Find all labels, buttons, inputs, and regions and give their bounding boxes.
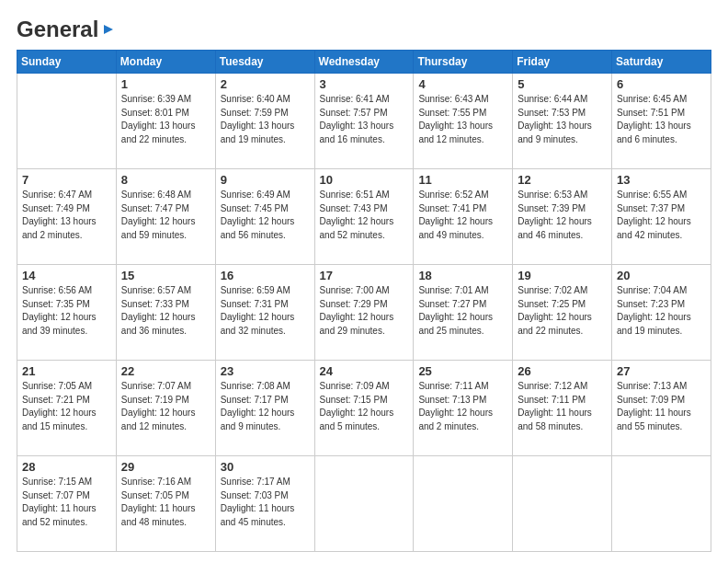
calendar-cell: [612, 456, 711, 552]
day-number: 2: [221, 77, 310, 91]
day-number: 16: [221, 269, 310, 282]
day-info: Sunrise: 7:09 AM Sunset: 7:15 PM Dayligh…: [320, 380, 409, 433]
day-number: 27: [617, 364, 706, 378]
calendar-cell: 16Sunrise: 6:59 AM Sunset: 7:31 PM Dayli…: [215, 265, 314, 361]
day-number: 23: [221, 364, 310, 378]
day-number: 15: [121, 269, 210, 282]
weekday-friday: Friday: [513, 51, 612, 74]
day-info: Sunrise: 7:13 AM Sunset: 7:09 PM Dayligh…: [617, 380, 706, 433]
day-info: Sunrise: 7:17 AM Sunset: 7:03 PM Dayligh…: [221, 476, 310, 529]
day-number: 25: [418, 364, 507, 378]
calendar-cell: 6Sunrise: 6:45 AM Sunset: 7:51 PM Daylig…: [612, 74, 711, 169]
calendar-cell: 25Sunrise: 7:11 AM Sunset: 7:13 PM Dayli…: [414, 361, 513, 456]
calendar-cell: 1Sunrise: 6:39 AM Sunset: 8:01 PM Daylig…: [116, 74, 215, 169]
day-info: Sunrise: 6:47 AM Sunset: 7:49 PM Dayligh…: [22, 189, 111, 242]
calendar-cell: 30Sunrise: 7:17 AM Sunset: 7:03 PM Dayli…: [215, 456, 314, 552]
calendar-cell: 28Sunrise: 7:15 AM Sunset: 7:07 PM Dayli…: [17, 456, 117, 552]
day-info: Sunrise: 6:43 AM Sunset: 7:55 PM Dayligh…: [418, 93, 507, 146]
day-info: Sunrise: 6:44 AM Sunset: 7:53 PM Dayligh…: [518, 93, 607, 146]
day-info: Sunrise: 7:08 AM Sunset: 7:17 PM Dayligh…: [221, 380, 310, 433]
calendar-cell: 4Sunrise: 6:43 AM Sunset: 7:55 PM Daylig…: [414, 74, 513, 169]
calendar-cell: 18Sunrise: 7:01 AM Sunset: 7:27 PM Dayli…: [414, 265, 513, 361]
day-info: Sunrise: 6:51 AM Sunset: 7:43 PM Dayligh…: [320, 189, 409, 242]
day-info: Sunrise: 7:12 AM Sunset: 7:11 PM Dayligh…: [518, 380, 607, 433]
day-number: 22: [121, 364, 210, 378]
day-number: 7: [22, 173, 111, 187]
calendar-week-row: 28Sunrise: 7:15 AM Sunset: 7:07 PM Dayli…: [17, 456, 711, 552]
day-number: 6: [617, 77, 706, 91]
day-info: Sunrise: 7:16 AM Sunset: 7:05 PM Dayligh…: [121, 476, 210, 529]
day-number: 4: [418, 77, 507, 91]
calendar-cell: 20Sunrise: 7:04 AM Sunset: 7:23 PM Dayli…: [612, 265, 711, 361]
day-info: Sunrise: 6:49 AM Sunset: 7:45 PM Dayligh…: [221, 189, 310, 242]
calendar-week-row: 1Sunrise: 6:39 AM Sunset: 8:01 PM Daylig…: [17, 74, 711, 169]
calendar-table: SundayMondayTuesdayWednesdayThursdayFrid…: [17, 50, 711, 552]
calendar-cell: [513, 456, 612, 552]
calendar-cell: 21Sunrise: 7:05 AM Sunset: 7:21 PM Dayli…: [17, 361, 117, 456]
weekday-sunday: Sunday: [17, 51, 117, 74]
day-info: Sunrise: 7:02 AM Sunset: 7:25 PM Dayligh…: [518, 284, 607, 338]
logo-general: General: [17, 17, 98, 42]
logo: General: [17, 17, 117, 40]
day-number: 21: [22, 364, 111, 378]
calendar-cell: 17Sunrise: 7:00 AM Sunset: 7:29 PM Dayli…: [314, 265, 414, 361]
day-info: Sunrise: 6:59 AM Sunset: 7:31 PM Dayligh…: [221, 284, 310, 338]
day-number: 3: [320, 77, 409, 91]
calendar-cell: [17, 74, 117, 169]
day-info: Sunrise: 6:56 AM Sunset: 7:35 PM Dayligh…: [22, 284, 111, 338]
calendar-cell: 10Sunrise: 6:51 AM Sunset: 7:43 PM Dayli…: [314, 169, 414, 265]
weekday-monday: Monday: [116, 51, 215, 74]
day-info: Sunrise: 6:40 AM Sunset: 7:59 PM Dayligh…: [221, 93, 310, 146]
day-info: Sunrise: 6:41 AM Sunset: 7:57 PM Dayligh…: [320, 93, 409, 146]
weekday-header-row: SundayMondayTuesdayWednesdayThursdayFrid…: [17, 51, 711, 74]
day-number: 8: [121, 173, 210, 187]
calendar-week-row: 21Sunrise: 7:05 AM Sunset: 7:21 PM Dayli…: [17, 361, 711, 456]
calendar-week-row: 14Sunrise: 6:56 AM Sunset: 7:35 PM Dayli…: [17, 265, 711, 361]
calendar-cell: 3Sunrise: 6:41 AM Sunset: 7:57 PM Daylig…: [314, 74, 414, 169]
calendar-cell: 24Sunrise: 7:09 AM Sunset: 7:15 PM Dayli…: [314, 361, 414, 456]
day-number: 30: [221, 460, 310, 474]
weekday-tuesday: Tuesday: [215, 51, 314, 74]
calendar-cell: 15Sunrise: 6:57 AM Sunset: 7:33 PM Dayli…: [116, 265, 215, 361]
day-info: Sunrise: 6:57 AM Sunset: 7:33 PM Dayligh…: [121, 284, 210, 338]
day-number: 28: [22, 460, 111, 474]
calendar-cell: 5Sunrise: 6:44 AM Sunset: 7:53 PM Daylig…: [513, 74, 612, 169]
day-number: 11: [418, 173, 507, 187]
day-number: 13: [617, 173, 706, 187]
day-number: 5: [518, 77, 607, 91]
logo-icon: [100, 21, 117, 38]
calendar-cell: 7Sunrise: 6:47 AM Sunset: 7:49 PM Daylig…: [17, 169, 117, 265]
calendar-cell: 26Sunrise: 7:12 AM Sunset: 7:11 PM Dayli…: [513, 361, 612, 456]
day-info: Sunrise: 7:04 AM Sunset: 7:23 PM Dayligh…: [617, 284, 706, 338]
day-info: Sunrise: 6:48 AM Sunset: 7:47 PM Dayligh…: [121, 189, 210, 242]
calendar-cell: 29Sunrise: 7:16 AM Sunset: 7:05 PM Dayli…: [116, 456, 215, 552]
day-info: Sunrise: 6:53 AM Sunset: 7:39 PM Dayligh…: [518, 189, 607, 242]
day-info: Sunrise: 7:01 AM Sunset: 7:27 PM Dayligh…: [418, 284, 507, 338]
day-number: 18: [418, 269, 507, 282]
calendar-cell: 8Sunrise: 6:48 AM Sunset: 7:47 PM Daylig…: [116, 169, 215, 265]
day-number: 20: [617, 269, 706, 282]
day-info: Sunrise: 7:15 AM Sunset: 7:07 PM Dayligh…: [22, 476, 111, 529]
day-number: 1: [121, 77, 210, 91]
calendar-cell: [314, 456, 414, 552]
weekday-wednesday: Wednesday: [314, 51, 414, 74]
day-info: Sunrise: 7:05 AM Sunset: 7:21 PM Dayligh…: [22, 380, 111, 433]
calendar-cell: 23Sunrise: 7:08 AM Sunset: 7:17 PM Dayli…: [215, 361, 314, 456]
calendar-cell: 14Sunrise: 6:56 AM Sunset: 7:35 PM Dayli…: [17, 265, 117, 361]
calendar-cell: 11Sunrise: 6:52 AM Sunset: 7:41 PM Dayli…: [414, 169, 513, 265]
calendar-cell: [414, 456, 513, 552]
day-number: 17: [320, 269, 409, 282]
calendar-cell: 2Sunrise: 6:40 AM Sunset: 7:59 PM Daylig…: [215, 74, 314, 169]
day-number: 19: [518, 269, 607, 282]
calendar-cell: 13Sunrise: 6:55 AM Sunset: 7:37 PM Dayli…: [612, 169, 711, 265]
day-info: Sunrise: 7:11 AM Sunset: 7:13 PM Dayligh…: [418, 380, 507, 433]
calendar-cell: 19Sunrise: 7:02 AM Sunset: 7:25 PM Dayli…: [513, 265, 612, 361]
page-header: General: [17, 17, 711, 40]
calendar-cell: 22Sunrise: 7:07 AM Sunset: 7:19 PM Dayli…: [116, 361, 215, 456]
day-info: Sunrise: 6:45 AM Sunset: 7:51 PM Dayligh…: [617, 93, 706, 146]
calendar-cell: 12Sunrise: 6:53 AM Sunset: 7:39 PM Dayli…: [513, 169, 612, 265]
day-number: 9: [221, 173, 310, 187]
day-info: Sunrise: 6:52 AM Sunset: 7:41 PM Dayligh…: [418, 189, 507, 242]
day-number: 26: [518, 364, 607, 378]
weekday-saturday: Saturday: [612, 51, 711, 74]
